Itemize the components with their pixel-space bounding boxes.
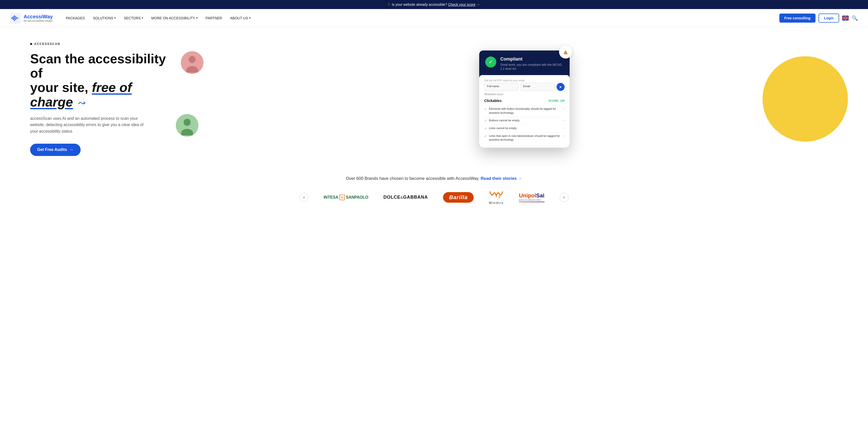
check-text: Links cannot be empty — [489, 126, 562, 130]
chevron-right-icon: › — [564, 119, 565, 122]
check-item: ✓ Elements with button functionality sho… — [484, 105, 565, 117]
check-item: ✓ Buttons cannot be empty › — [484, 117, 565, 125]
check-item: ✓ Links cannot be empty › — [484, 125, 565, 132]
aw-logo-card: ▲ — [559, 45, 572, 59]
svg-rect-5 — [17, 17, 17, 19]
brand-logo-unipol-sai[interactable]: Unipol Sai ASSICURAZIONI — [519, 191, 544, 204]
wavy-arrow-icon — [78, 100, 86, 105]
chevron-down-icon: ▾ — [142, 16, 143, 20]
chevron-right-icon: › — [564, 134, 565, 137]
svg-text:3: 3 — [498, 195, 500, 199]
fullname-input[interactable]: Full name — [484, 83, 518, 91]
svg-rect-4 — [15, 16, 16, 20]
banner-text: Is your website already accessible? — [392, 2, 447, 6]
windtre-icon: 3 — [489, 190, 504, 201]
check-icon: ✓ — [484, 119, 487, 123]
whitelabel-tag: Whitelabel report — [484, 93, 565, 96]
avatar-person-1-icon — [182, 53, 202, 72]
get-free-audits-button[interactable]: Get Free Audits → — [30, 144, 81, 156]
nav-item-sectors[interactable]: SECTORS ▾ — [121, 14, 146, 22]
email-input[interactable]: Email — [520, 83, 555, 91]
brand-logo-intesa[interactable]: INTESA m SANPAOLO — [323, 191, 368, 204]
chevron-right-icon: › — [564, 107, 565, 111]
check-text: Buttons cannot be empty — [489, 119, 562, 122]
nav-item-partner[interactable]: PARTNER — [203, 14, 225, 22]
hero-description: accessScan uses AI and an automated proc… — [30, 115, 151, 135]
read-stories-link[interactable]: Read their stories → — [481, 176, 522, 181]
svg-rect-2 — [13, 16, 13, 20]
form-row: Full name Email ➤ — [484, 83, 565, 91]
check-text: Elements with button functionality shoul… — [489, 107, 562, 115]
score-badge: SCORE: 100 — [549, 99, 565, 102]
send-button[interactable]: ➤ — [557, 83, 565, 91]
nav-item-about-us[interactable]: ABOUT US ▾ — [227, 14, 253, 22]
svg-point-12 — [184, 119, 191, 126]
check-icon: ✓ — [484, 134, 487, 138]
chevron-right-icon: › — [564, 126, 565, 130]
language-flag-icon[interactable] — [842, 15, 849, 21]
svg-rect-3 — [14, 15, 15, 21]
nav-links: PACKAGES SOLUTIONS ▾ SECTORS ▾ MORE ON A… — [63, 14, 779, 22]
avatar-person-2-icon — [177, 115, 197, 135]
avatar-green — [176, 114, 198, 137]
brand-logo-barilla[interactable]: Barilla — [443, 191, 474, 204]
chevron-down-icon: ▾ — [114, 16, 116, 20]
unipol-line — [519, 202, 544, 202]
yellow-circle-decoration — [763, 56, 848, 142]
login-button[interactable]: Login — [818, 13, 839, 23]
svg-rect-6 — [18, 18, 19, 19]
check-icon: ✓ — [484, 127, 487, 130]
badge-dot-icon — [30, 43, 32, 45]
brands-row: ‹ INTESA m SANPAOLO DOLCE&GABBANA Barill… — [15, 191, 853, 204]
compliant-subtitle: Great work, you are compliant with the W… — [500, 63, 564, 71]
brand-logo-dolce-gabbana[interactable]: DOLCE&GABBANA — [383, 191, 428, 204]
logo[interactable]: AccessiWay the web accessibility solutio… — [10, 12, 53, 24]
aw-logo-icon: ▲ — [562, 48, 569, 56]
nav-item-more-accessibility[interactable]: MORE ON ACCESSIBILITY ▾ — [148, 14, 200, 22]
hero-section: ACCESSSCAN Scan the accessibility of you… — [0, 27, 868, 166]
compliant-title: Compliant — [500, 57, 564, 62]
chevron-down-icon: ▾ — [196, 16, 198, 20]
check-item: ✓ Links that open in new tabs/windows sh… — [484, 132, 565, 144]
hero-title: Scan the accessibility of your site, fre… — [30, 52, 171, 109]
nav-right: Free consulting Login 🔍 — [779, 13, 858, 23]
hero-right: ▲ ✓ Compliant Great work, you are compli… — [171, 46, 838, 152]
brand-name: AccessiWay — [24, 14, 53, 20]
top-banner: ‼ Is your website already accessible? Ch… — [0, 0, 868, 9]
svg-rect-1 — [11, 17, 12, 19]
check-icon: ✓ — [484, 107, 487, 111]
windtre-text: Windtre — [489, 201, 504, 205]
svg-point-9 — [189, 56, 196, 63]
intesa-box-icon: m — [339, 195, 345, 200]
nav-item-solutions[interactable]: SOLUTIONS ▾ — [90, 14, 119, 22]
form-section-label: Get the full PDF report to your email — [484, 79, 565, 82]
brand-tagline: the web accessibility solution — [24, 20, 53, 22]
dashboard-card: ✓ Compliant Great work, you are complian… — [479, 51, 569, 148]
clickables-title: Clickables — [484, 99, 502, 103]
brands-prev-button[interactable]: ‹ — [299, 193, 308, 202]
brands-text: Over 600 Brands have chosen to become ac… — [15, 176, 853, 181]
nav-item-packages[interactable]: PACKAGES — [63, 14, 88, 22]
navbar: AccessiWay the web accessibility solutio… — [0, 9, 868, 27]
chevron-down-icon: ▾ — [249, 16, 251, 20]
logo-icon — [10, 12, 21, 24]
cta-arrow-icon: → — [69, 147, 73, 152]
hero-left: ACCESSSCAN Scan the accessibility of you… — [30, 42, 171, 156]
card-header: ✓ Compliant Great work, you are complian… — [479, 51, 569, 75]
clickables-header: Clickables SCORE: 100 — [484, 99, 565, 103]
hero-badge: ACCESSSCAN — [30, 42, 171, 46]
exclamation-icon: ‼ — [388, 2, 390, 6]
check-score-link[interactable]: Check your score — [448, 2, 475, 6]
brands-section: Over 600 Brands have chosen to become ac… — [0, 166, 868, 214]
avatar-pink — [181, 51, 204, 74]
card-body: Get the full PDF report to your email Fu… — [479, 75, 569, 148]
email-form: Get the full PDF report to your email Fu… — [484, 79, 565, 96]
search-icon[interactable]: 🔍 — [852, 15, 858, 21]
brand-logo-windtre[interactable]: 3 Windtre — [489, 191, 504, 204]
check-text: Links that open in new tabs/windows shou… — [489, 134, 562, 142]
brands-next-button[interactable]: › — [560, 193, 569, 202]
free-consulting-button[interactable]: Free consulting — [779, 13, 815, 23]
compliant-check-icon: ✓ — [485, 57, 496, 68]
